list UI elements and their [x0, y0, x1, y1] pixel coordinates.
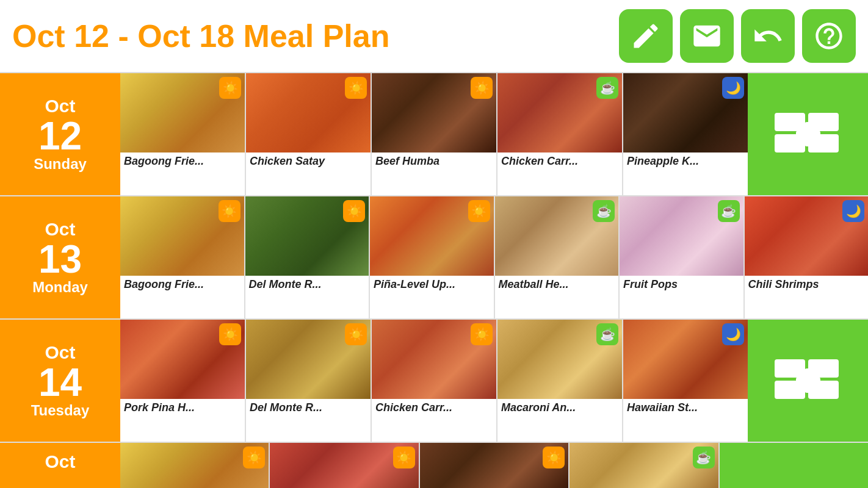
header-buttons	[619, 9, 856, 63]
meal-cell[interactable]: ☕	[570, 443, 718, 488]
add-meal-button-oct14[interactable]	[748, 320, 868, 442]
header: Oct 12 - Oct 18 Meal Plan	[0, 0, 868, 72]
meal-cell[interactable]: ☕ Macaroni An...	[497, 320, 622, 442]
day-label-oct14: Oct 14 Tuesday	[0, 320, 120, 442]
meal-name: Beef Humba	[372, 152, 496, 170]
meal-cell[interactable]: ☀️ Piña-Level Up...	[370, 196, 494, 318]
svg-rect-5	[796, 131, 820, 138]
day-row-oct13: Oct 13 Monday ☀️ Bagoong Frie... ☀️ Del …	[0, 195, 868, 318]
badge-breakfast: ☀️	[468, 200, 490, 222]
meal-name: Chicken Carr...	[372, 399, 496, 417]
badge-dinner: 🌙	[722, 77, 744, 99]
meal-image: ☀️	[370, 196, 494, 276]
meal-name: Bagoong Frie...	[120, 152, 245, 170]
badge-snack: ☕	[596, 323, 618, 345]
badge-breakfast: ☀️	[471, 77, 493, 99]
meal-image: ☕	[497, 73, 622, 152]
meal-image: ☀️	[246, 320, 371, 399]
meal-image: ☀️	[420, 443, 568, 488]
undo-button[interactable]	[741, 9, 795, 63]
pencil-icon	[630, 20, 662, 52]
meals-oct-partial: ☀️ ☀️ ☀️ ☕	[120, 443, 868, 488]
meal-name: Pineapple K...	[623, 152, 748, 170]
add-meal-button-oct12[interactable]	[748, 73, 868, 195]
meal-cell[interactable]: ☕ Meatball He...	[495, 196, 619, 318]
meal-image: ☕	[570, 443, 718, 488]
meals-oct12: ☀️ Bagoong Frie... ☀️ Chicken Satay ☀️ B…	[120, 73, 748, 195]
meal-image: ☀️	[270, 443, 418, 488]
help-button[interactable]	[802, 9, 856, 63]
meal-cell[interactable]: 🌙 Hawaiian St...	[623, 320, 748, 442]
daynum-oct13: 13	[38, 240, 82, 279]
badge-breakfast: ☀️	[393, 447, 415, 468]
badge-breakfast: ☀️	[219, 323, 241, 345]
meal-image: ☕	[620, 196, 743, 276]
meal-image: ☀️	[120, 320, 245, 399]
meal-cell[interactable]: ☀️ Del Monte R...	[246, 320, 371, 442]
meal-name: Del Monte R...	[246, 399, 371, 417]
meal-image: ☀️	[120, 443, 269, 488]
meal-cell[interactable]: ☀️ Del Monte R...	[245, 196, 369, 318]
meal-cell[interactable]: ☀️	[270, 443, 418, 488]
badge-dinner: 🌙	[842, 200, 864, 222]
meal-image: ☀️	[120, 73, 245, 152]
meal-cell[interactable]: 🌙 Pineapple K...	[623, 73, 748, 195]
page-title: Oct 12 - Oct 18 Meal Plan	[12, 18, 389, 54]
month-oct14: Oct	[45, 342, 75, 363]
month-oct13: Oct	[45, 219, 75, 240]
badge-dinner: 🌙	[722, 323, 744, 345]
meal-image: ☀️	[246, 73, 371, 152]
svg-rect-1	[808, 113, 839, 131]
badge-snack: ☕	[596, 77, 618, 99]
badge-snack: ☕	[718, 200, 740, 222]
meal-cell[interactable]: ☀️ Chicken Carr...	[372, 320, 496, 442]
badge-breakfast: ☀️	[543, 447, 565, 468]
meal-cell[interactable]: ☀️ Bagoong Frie...	[120, 73, 245, 195]
badge-breakfast: ☀️	[471, 323, 493, 345]
meal-cell[interactable]: ☀️ Pork Pina H...	[120, 320, 245, 442]
question-icon	[813, 20, 845, 52]
meal-image: ☕	[497, 320, 622, 399]
meal-cell-empty	[720, 443, 868, 488]
meal-name: Hawaiian St...	[623, 399, 748, 417]
meal-cell[interactable]: ☀️	[420, 443, 568, 488]
meal-name: Chili Shrimps	[745, 276, 869, 293]
daynum-oct14: 14	[38, 363, 82, 402]
mail-icon	[691, 20, 723, 52]
day-label-oct-partial: Oct	[0, 443, 120, 488]
meal-name: Chicken Satay	[246, 152, 371, 170]
edit-button[interactable]	[619, 9, 673, 63]
meals-oct13: ☀️ Bagoong Frie... ☀️ Del Monte R... ☀️ …	[120, 196, 868, 318]
meal-cell[interactable]: ☀️	[120, 443, 269, 488]
meal-plan-grid: Oct 12 Sunday ☀️ Bagoong Frie... ☀️ Chic…	[0, 72, 868, 488]
meal-name: Pork Pina H...	[120, 399, 245, 417]
meal-cell[interactable]: ☀️ Beef Humba	[372, 73, 496, 195]
meals-oct14: ☀️ Pork Pina H... ☀️ Del Monte R... ☀️ C…	[120, 320, 748, 442]
badge-breakfast: ☀️	[243, 447, 265, 468]
add-grid-icon	[772, 110, 845, 159]
badge-breakfast: ☀️	[343, 200, 365, 222]
dayname-oct12: Sunday	[34, 156, 87, 173]
month-partial: Oct	[45, 451, 75, 472]
meal-cell[interactable]: ☕ Fruit Pops	[620, 196, 743, 318]
mail-button[interactable]	[680, 9, 734, 63]
meal-name: Meatball He...	[495, 276, 619, 293]
badge-snack: ☕	[693, 447, 715, 468]
meal-image: ☀️	[372, 320, 496, 399]
meal-image: ☀️	[120, 196, 244, 276]
month-oct12: Oct	[45, 96, 75, 117]
day-row-oct-partial: Oct ☀️ ☀️ ☀️ ☕	[0, 442, 868, 488]
meal-image: ☀️	[245, 196, 369, 276]
add-grid-icon-oct14	[772, 356, 845, 405]
meal-cell[interactable]: ☀️ Chicken Satay	[246, 73, 371, 195]
svg-rect-0	[775, 113, 805, 131]
svg-rect-6	[775, 359, 805, 378]
dayname-oct13: Monday	[32, 279, 88, 296]
meal-cell[interactable]: 🌙 Chili Shrimps	[745, 196, 869, 318]
meal-name: Fruit Pops	[620, 276, 743, 293]
meal-cell[interactable]: ☀️ Bagoong Frie...	[120, 196, 244, 318]
svg-rect-7	[808, 359, 839, 378]
badge-breakfast: ☀️	[345, 77, 367, 99]
meal-cell[interactable]: ☕ Chicken Carr...	[497, 73, 622, 195]
meal-name: Piña-Level Up...	[370, 276, 494, 293]
